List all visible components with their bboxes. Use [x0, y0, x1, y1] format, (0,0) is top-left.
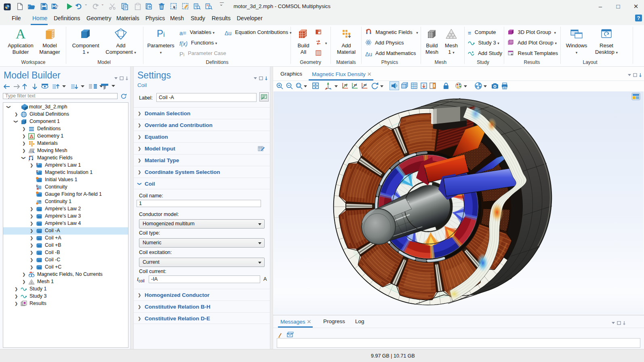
- svg-text:xy: xy: [344, 83, 347, 87]
- svg-text:+: +: [367, 29, 368, 31]
- svg-text:yz: yz: [354, 83, 357, 87]
- svg-text:xz: xz: [364, 83, 367, 86]
